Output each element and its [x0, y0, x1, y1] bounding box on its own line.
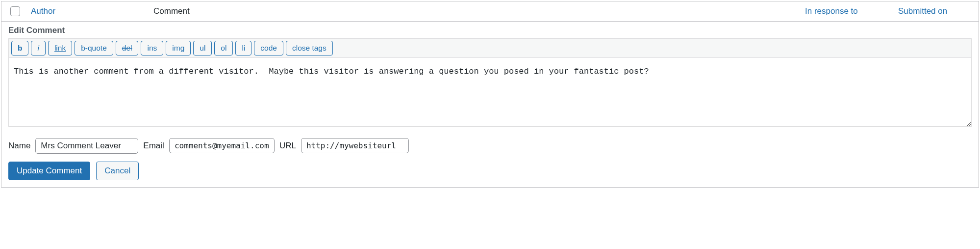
- url-label: URL: [279, 141, 296, 151]
- toolbar-buttons: b i link b-quote del ins img ul ol li co…: [11, 41, 969, 55]
- edit-comment-title: Edit Comment: [8, 26, 972, 35]
- toolbar-img-button[interactable]: img: [166, 41, 191, 55]
- column-in-response-to[interactable]: In response to: [805, 6, 898, 16]
- table-header: Author Comment In response to Submitted …: [1, 1, 979, 22]
- edit-comment-form: Edit Comment b i link b-quote del ins im…: [1, 22, 979, 187]
- toolbar-bold-button[interactable]: b: [11, 41, 28, 55]
- column-comment: Comment: [153, 6, 805, 16]
- toolbar-blockquote-button[interactable]: b-quote: [75, 41, 113, 55]
- cancel-button[interactable]: Cancel: [96, 162, 139, 180]
- author-fields: Name Email URL: [8, 138, 972, 154]
- quicktags-toolbar: b i link b-quote del ins img ul ol li co…: [8, 38, 972, 58]
- toolbar-close-tags-button[interactable]: close tags: [286, 41, 333, 55]
- email-label: Email: [143, 141, 164, 151]
- comments-panel: Author Comment In response to Submitted …: [1, 1, 979, 188]
- column-submitted-on[interactable]: Submitted on: [898, 6, 972, 16]
- toolbar-del-button[interactable]: del: [116, 41, 139, 55]
- name-label: Name: [8, 141, 30, 151]
- toolbar-li-button[interactable]: li: [235, 41, 251, 55]
- column-author[interactable]: Author: [31, 6, 153, 16]
- comment-content-textarea[interactable]: [8, 58, 972, 127]
- select-all-checkbox[interactable]: [10, 6, 20, 16]
- toolbar-code-button[interactable]: code: [254, 41, 283, 55]
- url-input[interactable]: [301, 138, 409, 153]
- toolbar-link-button[interactable]: link: [48, 41, 72, 55]
- email-input[interactable]: [169, 138, 275, 153]
- toolbar-ins-button[interactable]: ins: [141, 41, 163, 55]
- update-comment-button[interactable]: Update Comment: [8, 162, 90, 180]
- toolbar-ul-button[interactable]: ul: [193, 41, 212, 55]
- name-input[interactable]: [35, 138, 138, 154]
- toolbar-italic-button[interactable]: i: [31, 41, 45, 55]
- form-actions: Update Comment Cancel: [8, 162, 972, 180]
- toolbar-ol-button[interactable]: ol: [214, 41, 233, 55]
